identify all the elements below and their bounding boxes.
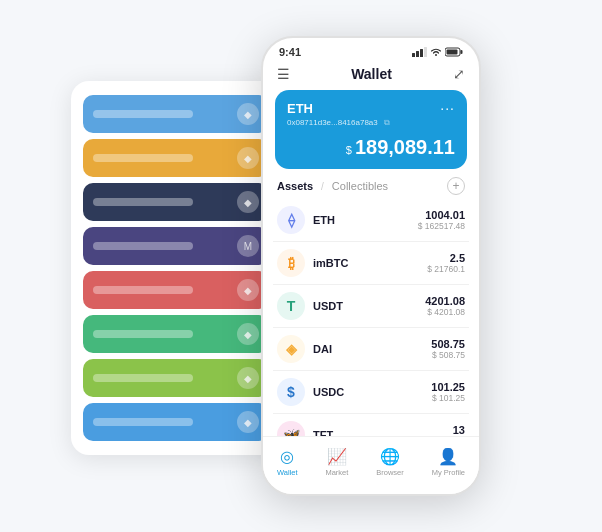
asset-amount-tft: 13 xyxy=(453,424,465,436)
stack-card-icon-7: ◆ xyxy=(237,411,259,433)
asset-amounts-usdt: 4201.08$ 4201.08 xyxy=(425,295,465,317)
svg-rect-1 xyxy=(416,51,419,57)
stack-card-icon-2: ◆ xyxy=(237,191,259,213)
nav-icon-wallet: ◎ xyxy=(280,447,294,466)
asset-amount-imbtc: 2.5 xyxy=(427,252,465,264)
eth-card-balance: $189,089.11 xyxy=(287,136,455,159)
asset-usd-eth: $ 162517.48 xyxy=(418,221,465,231)
asset-icon-usdc: $ xyxy=(277,378,305,406)
asset-usd-imbtc: $ 21760.1 xyxy=(427,264,465,274)
asset-item-dai[interactable]: ◈DAI508.75$ 508.75 xyxy=(273,328,469,371)
stack-card-icon-5: ◆ xyxy=(237,323,259,345)
asset-item-imbtc[interactable]: ₿imBTC2.5$ 21760.1 xyxy=(273,242,469,285)
nav-icon-my-profile: 👤 xyxy=(438,447,458,466)
tab-assets[interactable]: Assets xyxy=(277,180,313,192)
stack-card-2[interactable]: ◆ xyxy=(83,183,269,221)
svg-rect-3 xyxy=(424,47,427,57)
stack-card-text-7 xyxy=(93,418,193,426)
nav-item-market[interactable]: 📈Market xyxy=(325,447,348,477)
signal-icon xyxy=(412,47,427,57)
asset-icon-usdt: T xyxy=(277,292,305,320)
stack-card-icon-1: ◆ xyxy=(237,147,259,169)
svg-rect-2 xyxy=(420,49,423,57)
stack-card-text-3 xyxy=(93,242,193,250)
svg-rect-0 xyxy=(412,53,415,57)
card-stack: ◆◆◆M◆◆◆◆ xyxy=(71,81,281,455)
nav-label-market: Market xyxy=(325,468,348,477)
asset-amount-dai: 508.75 xyxy=(431,338,465,350)
stack-card-icon-3: M xyxy=(237,235,259,257)
asset-amounts-imbtc: 2.5$ 21760.1 xyxy=(427,252,465,274)
stack-card-0[interactable]: ◆ xyxy=(83,95,269,133)
stack-card-1[interactable]: ◆ xyxy=(83,139,269,177)
stack-card-text-4 xyxy=(93,286,193,294)
nav-item-browser[interactable]: 🌐Browser xyxy=(376,447,404,477)
asset-name-usdc: USDC xyxy=(313,386,431,398)
asset-amounts-eth: 1004.01$ 162517.48 xyxy=(418,209,465,231)
status-icons xyxy=(412,47,463,57)
asset-amounts-usdc: 101.25$ 101.25 xyxy=(431,381,465,403)
phone-mockup: 9:41 xyxy=(261,36,481,496)
stack-card-text-0 xyxy=(93,110,193,118)
asset-amount-usdt: 4201.08 xyxy=(425,295,465,307)
asset-item-usdt[interactable]: TUSDT4201.08$ 4201.08 xyxy=(273,285,469,328)
expand-icon[interactable]: ⤢ xyxy=(453,66,465,82)
eth-card-header: ETH ··· xyxy=(287,100,455,116)
tab-collectibles[interactable]: Collectibles xyxy=(332,180,388,192)
asset-name-imbtc: imBTC xyxy=(313,257,427,269)
stack-card-text-5 xyxy=(93,330,193,338)
page-title: Wallet xyxy=(351,66,392,82)
battery-icon xyxy=(445,47,463,57)
assets-tabs: Assets / Collectibles xyxy=(277,180,388,192)
asset-list: ⟠ETH1004.01$ 162517.48₿imBTC2.5$ 21760.1… xyxy=(263,199,479,457)
add-asset-button[interactable]: + xyxy=(447,177,465,195)
asset-name-usdt: USDT xyxy=(313,300,425,312)
stack-card-5[interactable]: ◆ xyxy=(83,315,269,353)
status-time: 9:41 xyxy=(279,46,301,58)
asset-amounts-dai: 508.75$ 508.75 xyxy=(431,338,465,360)
nav-label-my-profile: My Profile xyxy=(432,468,465,477)
copy-icon[interactable]: ⧉ xyxy=(384,118,390,127)
svg-rect-5 xyxy=(461,50,463,54)
menu-icon[interactable]: ☰ xyxy=(277,66,290,82)
asset-item-usdc[interactable]: $USDC101.25$ 101.25 xyxy=(273,371,469,414)
nav-label-wallet: Wallet xyxy=(277,468,298,477)
stack-card-text-2 xyxy=(93,198,193,206)
tab-divider: / xyxy=(321,181,324,192)
stack-card-3[interactable]: M xyxy=(83,227,269,265)
asset-amount-usdc: 101.25 xyxy=(431,381,465,393)
eth-card-label: ETH xyxy=(287,101,313,116)
svg-rect-6 xyxy=(447,50,458,55)
asset-name-eth: ETH xyxy=(313,214,418,226)
eth-card-address: 0x08711d3e...8416a78a3 ⧉ xyxy=(287,118,455,128)
asset-icon-dai: ◈ xyxy=(277,335,305,363)
stack-card-icon-6: ◆ xyxy=(237,367,259,389)
eth-card: ETH ··· 0x08711d3e...8416a78a3 ⧉ $189,08… xyxy=(275,90,467,169)
stack-card-4[interactable]: ◆ xyxy=(83,271,269,309)
stack-card-text-6 xyxy=(93,374,193,382)
nav-icon-browser: 🌐 xyxy=(380,447,400,466)
asset-icon-imbtc: ₿ xyxy=(277,249,305,277)
phone-header: ☰ Wallet ⤢ xyxy=(263,62,479,90)
asset-usd-dai: $ 508.75 xyxy=(431,350,465,360)
asset-usd-usdt: $ 4201.08 xyxy=(425,307,465,317)
stack-card-7[interactable]: ◆ xyxy=(83,403,269,441)
asset-item-eth[interactable]: ⟠ETH1004.01$ 162517.48 xyxy=(273,199,469,242)
stack-card-text-1 xyxy=(93,154,193,162)
asset-name-dai: DAI xyxy=(313,343,431,355)
status-bar: 9:41 xyxy=(263,38,479,62)
nav-label-browser: Browser xyxy=(376,468,404,477)
nav-item-wallet[interactable]: ◎Wallet xyxy=(277,447,298,477)
nav-item-my-profile[interactable]: 👤My Profile xyxy=(432,447,465,477)
bottom-nav: ◎Wallet📈Market🌐Browser👤My Profile xyxy=(263,436,479,494)
assets-header: Assets / Collectibles + xyxy=(263,169,479,199)
stack-card-icon-0: ◆ xyxy=(237,103,259,125)
wifi-icon xyxy=(430,47,442,57)
eth-card-menu[interactable]: ··· xyxy=(440,100,455,116)
stack-card-6[interactable]: ◆ xyxy=(83,359,269,397)
scene: ◆◆◆M◆◆◆◆ 9:41 xyxy=(11,11,591,521)
asset-icon-eth: ⟠ xyxy=(277,206,305,234)
nav-icon-market: 📈 xyxy=(327,447,347,466)
asset-amount-eth: 1004.01 xyxy=(418,209,465,221)
stack-card-icon-4: ◆ xyxy=(237,279,259,301)
